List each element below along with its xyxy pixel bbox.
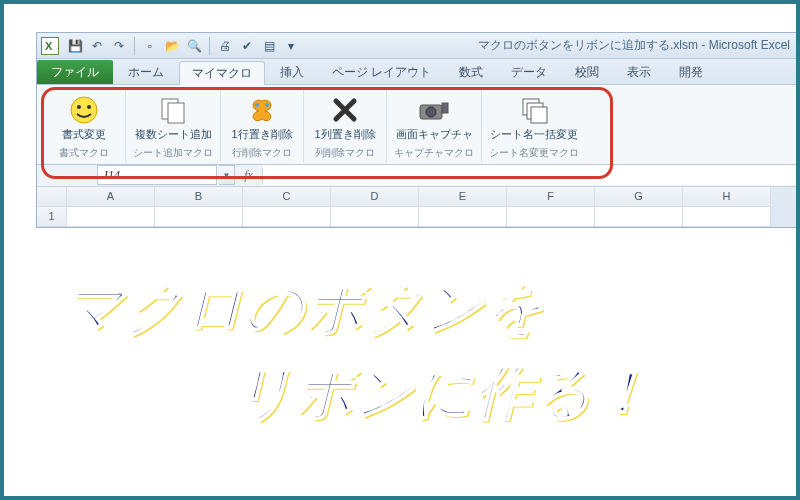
ribbon-group-addsheet: 複数シート追加 シート追加マクロ [126,89,221,162]
group-label: 書式マクロ [47,144,121,162]
svg-point-2 [87,105,91,109]
undo-icon[interactable]: ↶ [87,36,107,56]
overlay-headline-2: リボンに作る！ [234,354,652,432]
tab-data[interactable]: データ [498,60,560,84]
excel-window: 💾 ↶ ↷ ▫ 📂 🔍 🖨 ✔ ▤ ▾ マクロのボタンをリボンに追加する.xls… [36,32,796,228]
tab-file[interactable]: ファイル [37,60,113,84]
format-change-button[interactable]: 書式変更 [47,91,121,144]
button-label: 書式変更 [62,128,106,141]
ribbon-group-capture: 画面キャプチャ キャプチャマクロ [387,89,482,162]
worksheet-grid[interactable]: A B C D E F G H 1 [37,187,796,227]
col-header[interactable]: H [683,187,771,207]
add-sheets-button[interactable]: 複数シート追加 [130,91,216,144]
svg-rect-12 [531,107,547,123]
ribbon-group-format: 書式変更 書式マクロ [43,89,126,162]
ribbon-group-deleterow: 1行置き削除 行削除マクロ [221,89,304,162]
col-header[interactable]: A [67,187,155,207]
cell[interactable] [243,207,331,227]
namebox-dropdown-icon[interactable]: ▼ [219,165,235,185]
cell[interactable] [507,207,595,227]
name-box[interactable] [97,165,217,185]
ribbon: 書式変更 書式マクロ 複数シート追加 シート追加マクロ [37,85,796,165]
ribbon-group-renamesheet: シート名一括変更 シート名変更マクロ [482,89,586,162]
cell[interactable] [419,207,507,227]
copy-icon [157,94,189,126]
button-label: シート名一括変更 [490,128,578,141]
redo-icon[interactable]: ↷ [109,36,129,56]
tab-view[interactable]: 表示 [614,60,664,84]
overlay-headline-1: マクロのボタンを [64,269,544,347]
delete-alt-cols-button[interactable]: 1列置き削除 [308,91,382,144]
cell[interactable] [331,207,419,227]
separator [134,37,135,55]
open-icon[interactable]: 📂 [162,36,182,56]
ribbon-tabs: ファイル ホーム マイマクロ 挿入 ページ レイアウト 数式 データ 校閲 表示… [37,59,796,85]
excel-app-icon[interactable] [41,37,59,55]
col-header[interactable]: G [595,187,683,207]
tab-developer[interactable]: 開発 [666,60,716,84]
new-icon[interactable]: ▫ [140,36,160,56]
formula-bar[interactable] [263,165,796,185]
smile-icon [68,94,100,126]
group-label: シート追加マクロ [130,144,216,162]
button-label: 1行置き削除 [231,128,292,141]
x-icon [329,94,361,126]
formula-bar-row: ▼ fx [37,165,796,187]
ribbon-group-deletecol: 1列置き削除 列削除マクロ [304,89,387,162]
col-header[interactable]: F [507,187,595,207]
row-header[interactable]: 1 [37,207,67,227]
group-label: 行削除マクロ [225,144,299,162]
save-icon[interactable]: 💾 [65,36,85,56]
tab-review[interactable]: 校閲 [562,60,612,84]
spelling-icon[interactable]: ✔ [237,36,257,56]
quick-print-icon[interactable]: 🖨 [215,36,235,56]
camera-icon [418,94,450,126]
cell[interactable] [155,207,243,227]
group-label: キャプチャマクロ [391,144,477,162]
delete-alt-rows-button[interactable]: 1行置き削除 [225,91,299,144]
window-title: マクロのボタンをリボンに追加する.xlsm - Microsoft Excel [478,37,790,54]
svg-point-6 [265,103,269,107]
svg-point-5 [255,103,259,107]
svg-point-1 [77,105,81,109]
quick-access-toolbar: 💾 ↶ ↷ ▫ 📂 🔍 🖨 ✔ ▤ ▾ マクロのボタンをリボンに追加する.xls… [37,33,796,59]
tab-formulas[interactable]: 数式 [446,60,496,84]
col-header[interactable]: C [243,187,331,207]
tab-home[interactable]: ホーム [115,60,177,84]
screen-capture-button[interactable]: 画面キャプチャ [391,91,477,144]
tab-pagelayout[interactable]: ページ レイアウト [319,60,444,84]
customize-qat-icon[interactable]: ▾ [281,36,301,56]
button-label: 複数シート追加 [135,128,212,141]
fx-icon[interactable]: fx [235,168,263,183]
tab-insert[interactable]: 挿入 [267,60,317,84]
button-label: 1列置き削除 [314,128,375,141]
tab-mymacro[interactable]: マイマクロ [179,61,265,85]
butterfly-icon [246,94,278,126]
svg-rect-4 [168,103,184,123]
stack-icon [518,94,550,126]
col-header[interactable]: E [419,187,507,207]
button-label: 画面キャプチャ [396,128,473,141]
group-label: シート名変更マクロ [486,144,582,162]
cell[interactable] [595,207,683,227]
separator [209,37,210,55]
rename-sheets-button[interactable]: シート名一括変更 [486,91,582,144]
svg-point-0 [71,97,97,123]
print-preview-icon[interactable]: 🔍 [184,36,204,56]
cell[interactable] [67,207,155,227]
cell[interactable] [683,207,771,227]
select-all-corner[interactable] [37,187,67,207]
svg-point-8 [426,107,436,117]
svg-rect-9 [442,103,448,113]
col-header[interactable]: D [331,187,419,207]
col-header[interactable]: B [155,187,243,207]
sort-icon[interactable]: ▤ [259,36,279,56]
group-label: 列削除マクロ [308,144,382,162]
